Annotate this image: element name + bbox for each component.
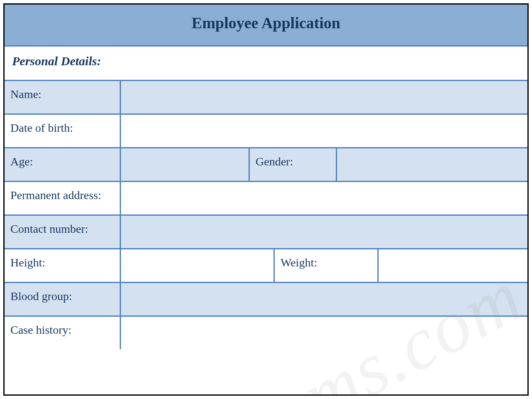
row-contact-number: Contact number: bbox=[5, 216, 527, 249]
row-name: Name: bbox=[5, 81, 527, 115]
row-dob: Date of birth: bbox=[5, 115, 527, 148]
input-case-history[interactable] bbox=[121, 317, 527, 349]
input-dob[interactable] bbox=[121, 115, 527, 147]
label-name: Name: bbox=[5, 81, 121, 113]
label-weight: Weight: bbox=[275, 249, 379, 282]
input-height[interactable] bbox=[121, 249, 275, 282]
row-age-gender: Age: Gender: bbox=[5, 148, 527, 182]
form-title: Employee Application bbox=[5, 14, 527, 32]
input-contact-number[interactable] bbox=[121, 216, 527, 248]
section-title: Personal Details: bbox=[12, 54, 520, 68]
employee-application-form: Employee Application Personal Details: N… bbox=[3, 3, 529, 396]
input-blood-group[interactable] bbox=[121, 283, 527, 315]
input-age[interactable] bbox=[121, 148, 250, 181]
row-blood-group: Blood group: bbox=[5, 283, 527, 317]
label-height: Height: bbox=[5, 249, 121, 282]
section-personal-details: Personal Details: bbox=[5, 47, 527, 81]
label-gender: Gender: bbox=[250, 148, 337, 181]
row-case-history: Case history: bbox=[5, 317, 527, 349]
input-gender[interactable] bbox=[337, 148, 527, 181]
input-name[interactable] bbox=[121, 81, 527, 113]
label-blood-group: Blood group: bbox=[5, 283, 121, 315]
label-age: Age: bbox=[5, 148, 121, 181]
input-permanent-address[interactable] bbox=[121, 182, 527, 214]
input-weight[interactable] bbox=[379, 249, 527, 282]
label-dob: Date of birth: bbox=[5, 115, 121, 147]
row-permanent-address: Permanent address: bbox=[5, 182, 527, 216]
label-case-history: Case history: bbox=[5, 317, 121, 349]
label-contact-number: Contact number: bbox=[5, 216, 121, 248]
label-permanent-address: Permanent address: bbox=[5, 182, 121, 214]
form-header: Employee Application bbox=[5, 5, 527, 47]
row-height-weight: Height: Weight: bbox=[5, 249, 527, 283]
